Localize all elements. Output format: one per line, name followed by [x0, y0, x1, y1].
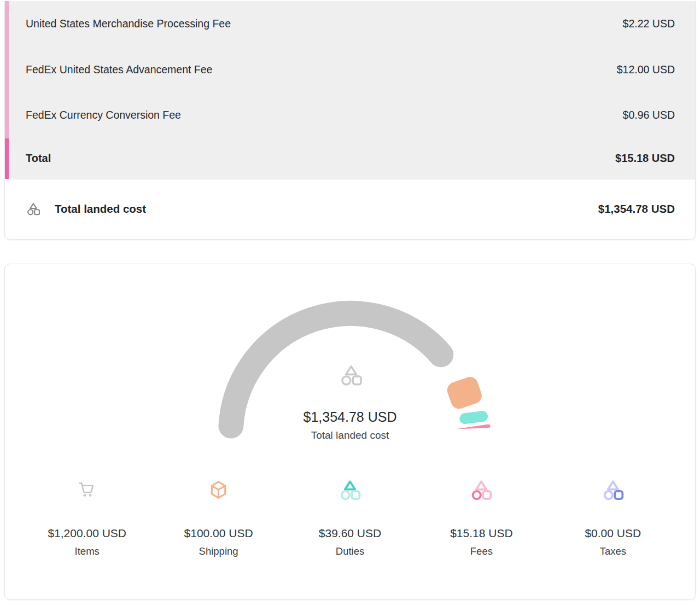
duties-shapes-icon — [337, 478, 363, 502]
fee-amount: $2.22 USD — [623, 18, 675, 30]
legend-value: $1,200.00 USD — [48, 527, 126, 540]
legend-value: $15.18 USD — [450, 527, 512, 540]
legend-item-fees: $15.18 USD Fees — [416, 476, 547, 557]
package-icon — [208, 480, 229, 500]
gauge-subtitle: Total landed cost — [5, 429, 695, 441]
fees-shapes-icon — [468, 478, 494, 502]
landed-cost-summary-card: $1,354.78 USD Total landed cost $1,200.0… — [4, 264, 696, 600]
landed-cost-label: Total landed cost — [55, 202, 146, 216]
legend-value: $0.00 USD — [585, 527, 641, 540]
fee-row: FedEx Currency Conversion Fee $0.96 USD — [5, 92, 695, 138]
legend-item-shipping: $100.00 USD Shipping — [153, 476, 284, 557]
gauge-total-value: $1,354.78 USD — [5, 409, 695, 425]
fee-label: FedEx United States Advancement Fee — [26, 63, 212, 76]
cost-legend: $1,200.00 USD Items $100.00 USD Shipping — [21, 476, 679, 557]
landed-cost-shapes-icon — [339, 363, 364, 388]
landed-cost-shapes-icon — [26, 201, 41, 217]
legend-item-taxes: $0.00 USD Taxes — [547, 476, 679, 557]
fees-accent-rows — [5, 1, 9, 138]
legend-item-duties: $39.60 USD Duties — [284, 476, 416, 557]
fees-accent-total — [5, 138, 9, 179]
fee-amount: $0.96 USD — [623, 109, 675, 121]
fee-amount: $12.00 USD — [617, 63, 675, 76]
legend-label: Items — [75, 545, 100, 557]
fees-total-row: Total $15.18 USD — [5, 138, 695, 179]
total-landed-cost-row: Total landed cost $1,354.78 USD — [5, 179, 695, 239]
legend-label: Shipping — [199, 545, 238, 557]
fees-breakdown-card: United States Merchandise Processing Fee… — [4, 1, 696, 240]
legend-label: Taxes — [600, 545, 626, 557]
gauge-segment-shipping — [445, 375, 484, 411]
landed-cost-amount: $1,354.78 USD — [598, 202, 675, 216]
fee-row: United States Merchandise Processing Fee… — [5, 1, 695, 47]
fees-table: United States Merchandise Processing Fee… — [5, 1, 695, 179]
legend-item-items: $1,200.00 USD Items — [21, 476, 153, 557]
cart-icon — [77, 480, 97, 500]
legend-value: $100.00 USD — [184, 527, 253, 540]
legend-label: Fees — [470, 545, 493, 557]
legend-label: Duties — [336, 545, 364, 557]
fees-accent-bar — [5, 1, 9, 179]
legend-value: $39.60 USD — [319, 527, 381, 540]
fees-total-amount: $15.18 USD — [615, 152, 675, 165]
fee-label: United States Merchandise Processing Fee — [26, 18, 231, 30]
fee-label: FedEx Currency Conversion Fee — [26, 109, 181, 121]
fee-row: FedEx United States Advancement Fee $12.… — [5, 47, 695, 93]
taxes-shapes-icon — [600, 478, 626, 502]
fees-total-label: Total — [26, 152, 51, 165]
landed-cost-page: United States Merchandise Processing Fee… — [0, 0, 700, 600]
